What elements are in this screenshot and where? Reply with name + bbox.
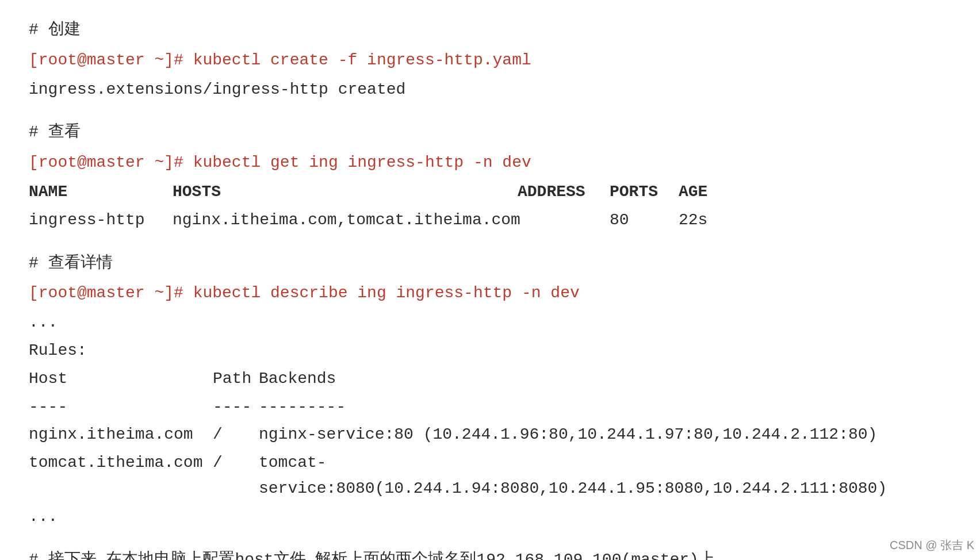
bottom-comment1: # 接下来,在本地电脑上配置host文件,解析上面的两个域名到192.168.1… [29,547,951,560]
view-prompt: [root@master ~]# kubectl get ing ingress… [29,150,951,176]
divider-host: ---- [29,394,213,420]
row0-backends: nginx-service:80 (10.244.1.96:80,10.244.… [259,422,951,448]
ellipsis2: ... [29,504,951,530]
watermark: CSDN @ 张吉 K [890,536,974,554]
col-header-backends: Backends [259,366,951,392]
row-age: 22s [679,208,748,233]
create-prompt: [root@master ~]# kubectl create -f ingre… [29,48,951,74]
view-comment: # 查看 [29,120,951,145]
rules-row-1: tomcat.itheima.com / tomcat-service:8080… [29,450,951,502]
detail-prompt-text: [root@master ~]# kubectl describe ing in… [29,284,580,302]
row1-backends: tomcat-service:8080(10.244.1.94:8080,10.… [259,450,951,502]
col-header-host: Host [29,366,213,392]
col-header-ports: PORTS [610,179,679,205]
col-header-hosts: HOSTS [173,179,518,205]
page-content: # 创建 [root@master ~]# kubectl create -f … [29,17,951,560]
ellipsis1: ... [29,310,951,336]
row-address [518,208,610,233]
detail-section: # 查看详情 [root@master ~]# kubectl describe… [29,251,951,530]
bottom-section: # 接下来,在本地电脑上配置host文件,解析上面的两个域名到192.168.1… [29,547,951,560]
rules-divider: ---- ---- --------- [29,394,951,420]
row-hosts: nginx.itheima.com,tomcat.itheima.com [173,208,518,233]
divider-path: ---- [213,394,259,420]
create-comment: # 创建 [29,17,951,43]
row1-path: / [213,450,259,502]
view-section: # 查看 [root@master ~]# kubectl get ing in… [29,120,951,233]
detail-prompt: [root@master ~]# kubectl describe ing in… [29,281,951,306]
create-section: # 创建 [root@master ~]# kubectl create -f … [29,17,951,102]
detail-comment: # 查看详情 [29,251,951,277]
row1-host: tomcat.itheima.com [29,450,213,502]
row0-host: nginx.itheima.com [29,422,213,448]
row-ports: 80 [610,208,679,233]
col-header-path: Path [213,366,259,392]
col-header-address: ADDRESS [518,179,610,205]
table-header: NAME HOSTS ADDRESS PORTS AGE [29,179,951,205]
create-prompt-text: [root@master ~]# kubectl create -f ingre… [29,51,531,69]
create-output: ingress.extensions/ingress-http created [29,77,951,103]
table-row: ingress-http nginx.itheima.com,tomcat.it… [29,208,951,233]
row-name: ingress-http [29,208,173,233]
divider-backends: --------- [259,394,951,420]
rules-label: Rules: [29,338,951,364]
row0-path: / [213,422,259,448]
view-prompt-text: [root@master ~]# kubectl get ing ingress… [29,154,531,171]
rules-header: Host Path Backends [29,366,951,392]
col-header-name: NAME [29,179,173,205]
rules-row-0: nginx.itheima.com / nginx-service:80 (10… [29,422,951,448]
col-header-age: AGE [679,179,748,205]
